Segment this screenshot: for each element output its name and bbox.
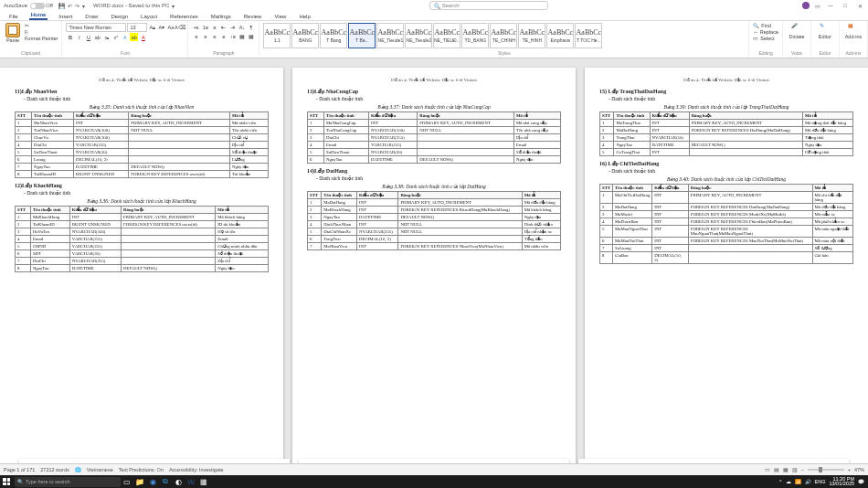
- shading-icon[interactable]: ▦: [238, 32, 246, 40]
- tray-notifications-icon[interactable]: 💬: [858, 479, 864, 484]
- paste-button[interactable]: Paste: [4, 23, 22, 43]
- word-icon[interactable]: W: [185, 476, 196, 487]
- tab-references[interactable]: References: [168, 14, 200, 20]
- page-115[interactable]: Đồ án 4: Thiết kế Website Đặt xe ô tô Vi…: [0, 68, 283, 463]
- multilevel-icon[interactable]: ≡: [210, 23, 218, 31]
- explorer-icon[interactable]: 📁: [134, 476, 145, 487]
- status-page[interactable]: Page 1 of 171: [4, 467, 35, 472]
- copy-button[interactable]: ⎘: [25, 29, 58, 35]
- app-icon[interactable]: ▦: [198, 476, 209, 487]
- maximize-button[interactable]: □: [841, 3, 850, 8]
- bullets-icon[interactable]: •≡: [192, 23, 200, 31]
- numbering-icon[interactable]: 1≡: [201, 23, 209, 31]
- tab-insert[interactable]: Insert: [57, 14, 74, 20]
- bold-icon[interactable]: B: [66, 33, 74, 41]
- web-layout-icon[interactable]: ▥: [792, 467, 798, 472]
- page-116[interactable]: Đồ án 4: Thiết kế Website Đặt xe ô tô Vi…: [292, 68, 576, 463]
- editor-button[interactable]: ✎Editor: [815, 23, 835, 39]
- tray-lang-icon[interactable]: ENG: [815, 479, 826, 484]
- status-words[interactable]: 27212 words: [40, 467, 69, 472]
- tray-wifi-icon[interactable]: 📶: [795, 479, 801, 484]
- grow-font-icon[interactable]: A▴: [148, 24, 156, 32]
- tab-view[interactable]: View: [272, 14, 288, 20]
- tab-draw[interactable]: Draw: [83, 14, 100, 20]
- style-4[interactable]: AaBbCcNE_Tieude1: [376, 23, 404, 48]
- task-view-icon[interactable]: ▭: [122, 476, 132, 487]
- document-canvas[interactable]: ↻SHARECODE.vn Copyright © ShareCode.vn S…: [0, 58, 868, 463]
- decrease-indent-icon[interactable]: ⇤: [219, 23, 228, 31]
- tray-date[interactable]: 13/01/2025: [829, 482, 854, 487]
- style-7[interactable]: AaBbCcTD_BANG: [461, 23, 489, 48]
- autosave-toggle[interactable]: [30, 3, 45, 9]
- style-10[interactable]: AaBbCcEmphasis: [546, 23, 574, 48]
- subscript-icon[interactable]: x₂: [102, 33, 111, 41]
- find-button[interactable]: 🔍Find: [753, 23, 778, 28]
- search-box[interactable]: 🔍 Search: [429, 1, 548, 10]
- undo-icon[interactable]: ↶: [68, 3, 72, 9]
- change-case-icon[interactable]: Aa: [166, 24, 175, 32]
- clear-formatting-icon[interactable]: A⌫: [175, 24, 184, 32]
- start-button[interactable]: [0, 475, 13, 488]
- select-button[interactable]: ▭Select: [753, 36, 778, 41]
- tab-design[interactable]: Design: [109, 14, 130, 20]
- style-3[interactable]: AaBbCcT Ba...: [348, 23, 376, 48]
- align-left-icon[interactable]: ≡: [192, 32, 200, 40]
- status-lang[interactable]: Vietnamese: [87, 467, 113, 472]
- style-9[interactable]: AaBbCcTE_HINH: [518, 23, 545, 48]
- zoom-slider[interactable]: [808, 469, 844, 471]
- redo-icon[interactable]: ↷: [75, 3, 79, 9]
- style-6[interactable]: AaBbCcNE_TIEUĐ...: [433, 23, 460, 48]
- chrome-icon[interactable]: ◐: [173, 476, 184, 487]
- zoom-in-icon[interactable]: +: [848, 467, 851, 472]
- page-117[interactable]: Đồ án 4: Thiết kế Website Đặt xe ô tô Vi…: [585, 68, 868, 463]
- tray-cloud-icon[interactable]: ☁: [786, 479, 791, 484]
- read-mode-icon[interactable]: ▤: [774, 467, 779, 472]
- cut-button[interactable]: ✂: [25, 23, 58, 28]
- focus-mode-icon[interactable]: ▭: [765, 467, 770, 472]
- style-1[interactable]: AaBbCcBANG: [291, 23, 319, 48]
- style-0[interactable]: AaBbCc1.1: [263, 23, 291, 48]
- tray-volume-icon[interactable]: 🔊: [805, 479, 811, 484]
- borders-icon[interactable]: ▦: [247, 32, 255, 40]
- font-name-combo[interactable]: Times New Roman: [66, 23, 126, 32]
- tab-help[interactable]: Help: [297, 14, 312, 20]
- font-color-icon[interactable]: A: [139, 33, 147, 41]
- underline-icon[interactable]: U: [84, 33, 92, 41]
- dictate-button[interactable]: 🎤Dictate: [787, 23, 807, 39]
- italic-icon[interactable]: I: [75, 33, 83, 41]
- ribbon-display-icon[interactable]: ▭: [815, 3, 820, 9]
- replace-button[interactable]: ↔Replace: [753, 29, 778, 35]
- taskbar-search[interactable]: 🔍Type here to search: [15, 477, 121, 487]
- strikethrough-icon[interactable]: ab: [93, 33, 101, 41]
- font-size-combo[interactable]: 13: [127, 23, 147, 32]
- text-effects-icon[interactable]: A: [121, 33, 129, 41]
- align-center-icon[interactable]: ≡: [201, 32, 209, 40]
- tab-file[interactable]: File: [7, 14, 20, 20]
- tab-review[interactable]: Review: [242, 14, 264, 20]
- print-layout-icon[interactable]: ▦: [783, 467, 789, 472]
- qat-dropdown-icon[interactable]: ▾: [82, 3, 85, 9]
- line-spacing-icon[interactable]: ↕≡: [228, 32, 237, 40]
- highlight-icon[interactable]: ab: [130, 33, 138, 41]
- status-predictions[interactable]: Text Predictions: On: [119, 467, 164, 472]
- tray-chevron-icon[interactable]: ^: [779, 479, 782, 484]
- vscode-icon[interactable]: ⧉: [160, 476, 171, 487]
- edge-icon[interactable]: ◉: [147, 476, 158, 487]
- format-painter-button[interactable]: Format Painter: [25, 36, 58, 41]
- tab-home[interactable]: Home: [29, 12, 48, 20]
- close-button[interactable]: ✕: [855, 3, 864, 9]
- user-avatar[interactable]: [802, 2, 810, 9]
- style-8[interactable]: AaBbCcTE_CHINH: [490, 23, 517, 48]
- shrink-font-icon[interactable]: A▾: [157, 24, 165, 32]
- show-marks-icon[interactable]: ¶: [247, 23, 255, 31]
- addins-button[interactable]: ▦Add-ins: [843, 23, 863, 39]
- increase-indent-icon[interactable]: ⇥: [228, 23, 237, 31]
- style-5[interactable]: AaBbCcNE_Tieude2: [405, 23, 432, 48]
- justify-icon[interactable]: ≡: [219, 32, 228, 40]
- align-right-icon[interactable]: ≡: [210, 32, 218, 40]
- sort-icon[interactable]: A↓: [238, 23, 246, 31]
- save-icon[interactable]: 💾: [58, 3, 65, 9]
- style-11[interactable]: AaBbCcT TOC He...: [575, 23, 602, 48]
- minimize-button[interactable]: —: [826, 3, 835, 8]
- tab-layout[interactable]: Layout: [139, 14, 159, 20]
